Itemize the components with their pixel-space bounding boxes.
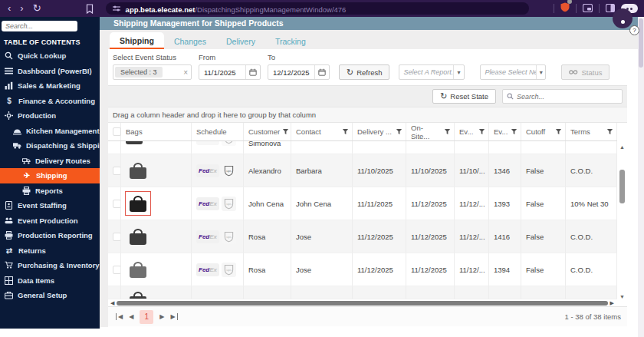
sidebar-item-dispatching-shipping[interactable]: Dispatching & Shipping (0, 138, 100, 154)
chevron-down-icon[interactable]: ▾ (536, 65, 546, 79)
sidebar-item-general-setup[interactable]: General Setup (0, 288, 100, 303)
help-button[interactable]: ? (629, 25, 639, 35)
last-page-button[interactable]: ▶ (170, 313, 177, 320)
sidebar-item-delivery-routes[interactable]: Delivery Routes (0, 154, 100, 169)
fedex-button[interactable]: FedEx (196, 230, 219, 243)
sidebar-search-input[interactable] (2, 21, 77, 31)
fedex-button[interactable]: FedEx (196, 197, 219, 210)
bag-icon[interactable] (126, 141, 143, 144)
to-date-input[interactable] (268, 68, 310, 77)
vertical-scroll-thumb[interactable] (619, 170, 625, 203)
table-row[interactable]: FedEx ups John Cena John Cena 11/11/2025… (108, 187, 617, 220)
sidebar-item-finance-accounting[interactable]: $ Finance & Accounting (0, 94, 100, 109)
picture-in-picture-icon[interactable] (583, 2, 593, 15)
col-bags[interactable]: Bags (126, 127, 143, 136)
url-bar[interactable]: app.beta.elecate.net/DispatchingShipping… (106, 2, 529, 15)
clear-icon[interactable]: × (183, 68, 188, 77)
extension-shield-icon[interactable] (560, 2, 570, 15)
row-checkbox[interactable] (113, 167, 121, 175)
tab-delivery[interactable]: Delivery (216, 33, 265, 49)
fedex-button[interactable]: FedEx (196, 141, 219, 145)
ups-button[interactable]: ups (222, 263, 236, 277)
filter-icon[interactable] (511, 128, 518, 135)
status-button[interactable]: Status (561, 64, 610, 80)
table-row[interactable]: FedEx ups Rosa Jose 11/12/2025 11/12/202… (108, 220, 617, 253)
col-onsite[interactable]: On-Site... (411, 124, 442, 140)
fedex-button[interactable]: FedEx (196, 263, 219, 276)
sidebar-item-dashboard[interactable]: Dashboard (PowerBI) (0, 64, 100, 79)
new-status-select[interactable]: Please Select New ... ▾ (480, 64, 546, 80)
row-checkbox[interactable] (113, 266, 121, 274)
page-scrollbar[interactable] (638, 17, 644, 337)
group-by-bar[interactable]: Drag a column header and drop it here to… (108, 107, 627, 123)
tab-shipping[interactable]: Shipping (110, 32, 164, 49)
sidebar-item-production-reporting[interactable]: Production Reporting (0, 228, 100, 243)
bag-icon[interactable] (130, 233, 146, 245)
horizontal-scroll-thumb[interactable] (117, 301, 607, 306)
page-scroll-thumb[interactable] (639, 18, 643, 68)
select-all-checkbox[interactable] (113, 127, 121, 136)
row-checkbox[interactable] (113, 200, 121, 208)
sidebar-item-returns[interactable]: ⇄ Returns (0, 243, 100, 259)
first-page-button[interactable]: ◀ (116, 313, 123, 320)
sidebar-item-event-production[interactable]: Event Production (0, 213, 100, 229)
sidebar-item-purchasing-inventory[interactable]: Purchasing & Inventory (0, 258, 100, 273)
scroll-down-icon[interactable]: ▼ (619, 294, 625, 299)
bag-icon[interactable] (130, 266, 146, 278)
vertical-scrollbar[interactable]: ▲ ▼ (617, 144, 627, 299)
filter-icon[interactable] (478, 128, 485, 135)
refresh-button[interactable]: ↻ Refresh (339, 64, 389, 80)
col-terms[interactable]: Terms (570, 127, 590, 136)
sidebar-item-quick-lookup[interactable]: Quick Lookup (0, 48, 100, 64)
bag-icon[interactable] (130, 200, 146, 212)
col-event-id[interactable]: Ev... (494, 127, 508, 136)
sidebar-item-shipping[interactable]: ✈ Shipping (0, 168, 100, 183)
filter-icon[interactable] (342, 128, 349, 135)
bookmark-icon[interactable] (86, 4, 94, 14)
current-page-button[interactable]: 1 (140, 310, 153, 324)
col-contact[interactable]: Contact (296, 127, 321, 136)
table-row-partial[interactable]: FedEx ups Simonova (108, 141, 617, 154)
grid-search-input[interactable] (517, 93, 622, 101)
table-row[interactable]: FedEx ups Rosa Jose 11/12/2025 11/12/202… (108, 253, 617, 286)
tab-tracking[interactable]: Tracking (265, 33, 316, 49)
bag-icon[interactable] (130, 167, 146, 179)
ups-button[interactable]: ups (222, 164, 236, 178)
sidebar-item-sales-marketing[interactable]: Sales & Marketing (0, 78, 100, 94)
filter-icon[interactable] (606, 128, 613, 135)
browser-forward-icon[interactable]: › (15, 0, 28, 17)
filter-icon[interactable] (282, 128, 289, 135)
col-cutoff[interactable]: Cutoff (526, 127, 545, 136)
filter-icon[interactable] (444, 128, 451, 135)
ups-button[interactable]: ups (222, 197, 236, 211)
fedex-button[interactable]: FedEx (196, 164, 219, 177)
horizontal-scrollbar[interactable]: ◀ ▶ (108, 299, 627, 306)
floating-widget-button[interactable] (613, 8, 632, 28)
ups-button[interactable]: ups (222, 141, 236, 146)
col-delivery[interactable]: Delivery ... (357, 127, 392, 136)
bag-icon[interactable] (130, 296, 146, 300)
browser-back-icon[interactable]: ‹ (3, 0, 15, 17)
report-select[interactable]: Select A Report... ▾ (399, 64, 465, 80)
scroll-up-icon[interactable]: ▲ (619, 144, 625, 150)
col-customer[interactable]: Customer (248, 127, 280, 136)
chevron-down-icon[interactable]: ▾ (453, 65, 465, 79)
table-row[interactable]: FedEx ups Alexandro Barbara 11/10/2025 1… (108, 154, 617, 187)
sidebar-item-data-items[interactable]: Data Items (0, 273, 100, 289)
col-schedule[interactable]: Schedule (196, 127, 227, 136)
sidebar-item-event-staffing[interactable]: Event Staffing (0, 198, 100, 213)
table-row-partial[interactable] (108, 286, 617, 299)
sidebar-item-kitchen-management[interactable]: Kitchen Management (0, 124, 100, 139)
prev-page-button[interactable]: ◀ (129, 313, 133, 320)
from-date-input[interactable] (199, 68, 241, 77)
scroll-left-icon[interactable]: ◀ (110, 299, 114, 306)
sidebar-item-reports[interactable]: Reports (0, 183, 100, 199)
calendar-icon[interactable] (245, 65, 260, 79)
calendar-icon[interactable] (314, 65, 329, 79)
tab-changes[interactable]: Changes (164, 33, 216, 49)
reset-state-button[interactable]: ↻ Reset State (432, 89, 496, 104)
ups-button[interactable]: ups (222, 230, 236, 244)
browser-reload-icon[interactable]: ↻ (28, 0, 46, 17)
sidebar-item-production[interactable]: Production (0, 108, 100, 124)
next-page-button[interactable]: ▶ (159, 313, 164, 320)
